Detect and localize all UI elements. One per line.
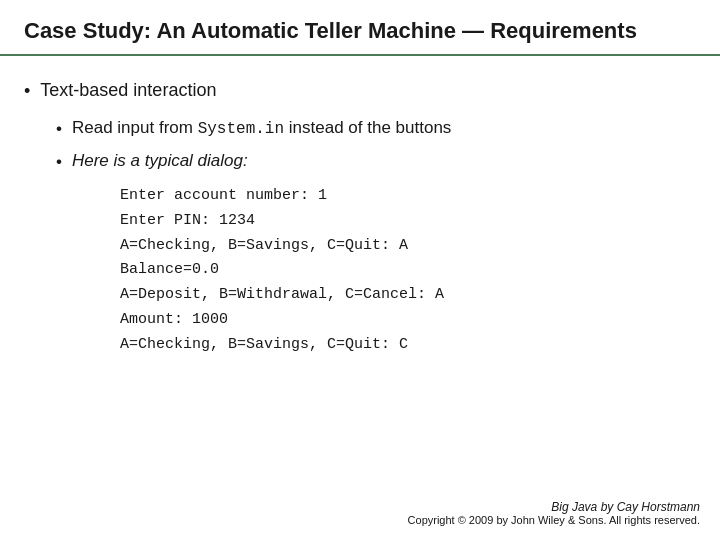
system-in-code: System.in	[198, 120, 284, 138]
sub-bullet-1: • Read input from System.in instead of t…	[56, 118, 696, 139]
sub-bullets-container: • Read input from System.in instead of t…	[56, 118, 696, 357]
sub-bullet-1-suffix: instead of the buttons	[284, 118, 451, 137]
sub-bullet-1-prefix: Read input from	[72, 118, 198, 137]
sub-bullet-1-text: Read input from System.in instead of the…	[72, 118, 451, 138]
code-line-1: Enter account number: 1	[120, 184, 696, 209]
sub-bullet-2-dot: •	[56, 152, 62, 172]
page-title: Case Study: An Automatic Teller Machine …	[24, 18, 637, 43]
code-block: Enter account number: 1 Enter PIN: 1234 …	[120, 184, 696, 357]
code-line-4: Balance=0.0	[120, 258, 696, 283]
footer-line1: Big Java by Cay Horstmann	[408, 500, 700, 514]
footer-line1-text: by Cay Horstmann	[601, 500, 700, 514]
main-bullet-text: Text-based interaction	[40, 80, 216, 101]
main-bullet-dot: •	[24, 81, 30, 102]
code-line-3: A=Checking, B=Savings, C=Quit: A	[120, 234, 696, 259]
book-title: Big Java	[551, 500, 597, 514]
sub-bullet-2-text: Here is a typical dialog:	[72, 151, 248, 171]
code-line-5: A=Deposit, B=Withdrawal, C=Cancel: A	[120, 283, 696, 308]
sub-bullet-1-dot: •	[56, 119, 62, 139]
main-bullet-item: • Text-based interaction	[24, 80, 696, 102]
code-line-2: Enter PIN: 1234	[120, 209, 696, 234]
page-footer: Big Java by Cay Horstmann Copyright © 20…	[408, 500, 700, 526]
code-line-6: Amount: 1000	[120, 308, 696, 333]
code-line-7: A=Checking, B=Savings, C=Quit: C	[120, 333, 696, 358]
sub-bullet-2: • Here is a typical dialog:	[56, 151, 696, 172]
page-header: Case Study: An Automatic Teller Machine …	[0, 0, 720, 56]
footer-line2: Copyright © 2009 by John Wiley & Sons. A…	[408, 514, 700, 526]
main-content: • Text-based interaction • Read input fr…	[0, 56, 720, 373]
